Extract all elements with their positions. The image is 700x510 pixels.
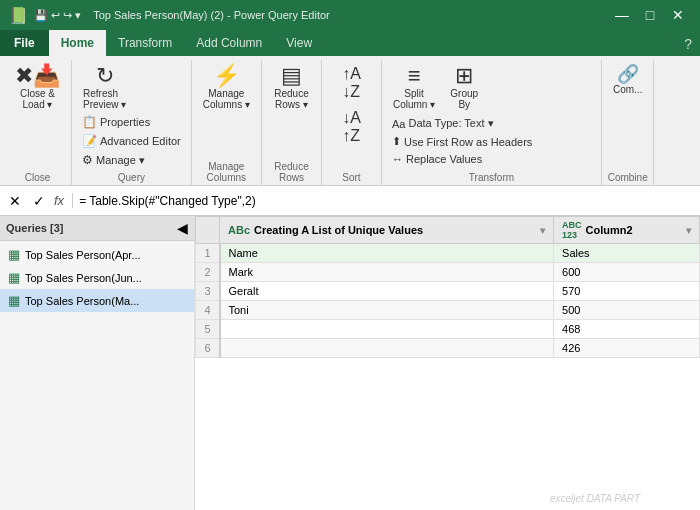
row-num-4: 4 bbox=[196, 301, 220, 320]
row-1-col2: Sales bbox=[554, 244, 700, 263]
table-row: 6 426 bbox=[196, 339, 700, 358]
sort-asc-icon: ↑A↓Z bbox=[342, 65, 361, 101]
sidebar-collapse-button[interactable]: ◀ bbox=[177, 220, 188, 236]
col-header-1[interactable]: ABc Creating A List of Unique Values ▾ bbox=[220, 217, 554, 244]
minimize-button[interactable]: — bbox=[608, 1, 636, 29]
tab-file[interactable]: File bbox=[0, 30, 49, 56]
combine-icon: 🔗 bbox=[617, 65, 639, 83]
advanced-editor-button[interactable]: 📝 Advanced Editor bbox=[78, 132, 185, 150]
col1-type-icon: ABc bbox=[228, 224, 250, 236]
row-2-col2: 600 bbox=[554, 263, 700, 282]
group-by-button[interactable]: ⊞ GroupBy bbox=[444, 62, 484, 113]
sidebar-items: ▦ Top Sales Person(Apr... ▦ Top Sales Pe… bbox=[0, 241, 194, 510]
manage-label: Manage ▾ bbox=[96, 154, 145, 167]
close-load-button[interactable]: ✖📥 Close &Load ▾ bbox=[10, 62, 65, 113]
row-5-col1 bbox=[220, 320, 554, 339]
close-load-label: Close &Load ▾ bbox=[20, 88, 55, 110]
sidebar-title: Queries [3] bbox=[6, 222, 63, 234]
row-6-col2: 426 bbox=[554, 339, 700, 358]
query-small-buttons: 📋 Properties 📝 Advanced Editor ⚙ Manage … bbox=[78, 113, 185, 169]
reduce-rows-group-label: Reduce Rows bbox=[262, 161, 321, 183]
sidebar-item-1[interactable]: ▦ Top Sales Person(Jun... bbox=[0, 266, 194, 289]
formula-input[interactable]: = Table.Skip(#"Changed Type",2) bbox=[79, 194, 694, 208]
data-table: ABc Creating A List of Unique Values ▾ A… bbox=[195, 216, 700, 358]
reduce-rows-icon: ▤ bbox=[281, 65, 302, 87]
use-first-row-icon: ⬆ bbox=[392, 135, 401, 148]
col-header-2[interactable]: ABC123 Column2 ▾ bbox=[554, 217, 700, 244]
row-3-col1: Geralt bbox=[220, 282, 554, 301]
table-row: 1 Name Sales bbox=[196, 244, 700, 263]
data-area: ABc Creating A List of Unique Values ▾ A… bbox=[195, 216, 700, 510]
table-row: 4 Toni 500 bbox=[196, 301, 700, 320]
watermark: exceljet DATA PART bbox=[550, 493, 640, 504]
tab-view[interactable]: View bbox=[274, 30, 324, 56]
transform-top-row: ≡ SplitColumn ▾ ⊞ GroupBy bbox=[388, 62, 595, 113]
ribbon: ✖📥 Close &Load ▾ Close ↻ RefreshPreview … bbox=[0, 56, 700, 186]
use-first-row-label: Use First Row as Headers bbox=[404, 136, 532, 148]
main-area: Queries [3] ◀ ▦ Top Sales Person(Apr... … bbox=[0, 216, 700, 510]
row-number-header bbox=[196, 217, 220, 244]
formula-fx-label: fx bbox=[54, 193, 73, 208]
split-column-label: SplitColumn ▾ bbox=[393, 88, 435, 110]
row-num-3: 3 bbox=[196, 282, 220, 301]
properties-button[interactable]: 📋 Properties bbox=[78, 113, 185, 131]
reduce-rows-label: ReduceRows ▾ bbox=[274, 88, 308, 110]
row-4-col2: 500 bbox=[554, 301, 700, 320]
manage-columns-button[interactable]: ⚡ ManageColumns ▾ bbox=[198, 62, 255, 113]
data-type-button[interactable]: Aa Data Type: Text ▾ bbox=[388, 115, 595, 132]
manage-button[interactable]: ⚙ Manage ▾ bbox=[78, 151, 185, 169]
manage-columns-icon: ⚡ bbox=[213, 65, 240, 87]
sidebar-item-icon-1: ▦ bbox=[8, 270, 20, 285]
sort-asc-button[interactable]: ↑A↓Z bbox=[328, 62, 375, 104]
formula-cancel-icon[interactable]: ✕ bbox=[6, 192, 24, 210]
properties-label: Properties bbox=[100, 116, 150, 128]
col2-header-label: Column2 bbox=[586, 224, 633, 236]
row-num-1: 1 bbox=[196, 244, 220, 263]
window-controls: — □ ✕ bbox=[608, 1, 692, 29]
ribbon-tabs: File Home Transform Add Column View ? bbox=[0, 30, 700, 56]
sidebar-item-2[interactable]: ▦ Top Sales Person(Ma... bbox=[0, 289, 194, 312]
col2-sort-icon[interactable]: ▾ bbox=[686, 225, 691, 236]
close-button[interactable]: ✕ bbox=[664, 1, 692, 29]
sidebar-header: Queries [3] ◀ bbox=[0, 216, 194, 241]
ribbon-group-close: ✖📥 Close &Load ▾ Close bbox=[4, 60, 72, 185]
group-by-icon: ⊞ bbox=[455, 65, 473, 87]
row-1-col1: Name bbox=[220, 244, 554, 263]
manage-icon: ⚙ bbox=[82, 153, 93, 167]
tab-transform[interactable]: Transform bbox=[106, 30, 184, 56]
help-button[interactable]: ? bbox=[676, 32, 700, 56]
sidebar: Queries [3] ◀ ▦ Top Sales Person(Apr... … bbox=[0, 216, 195, 510]
combine-button[interactable]: 🔗 Com... bbox=[608, 62, 647, 98]
row-num-5: 5 bbox=[196, 320, 220, 339]
transform-group-label: Transform bbox=[382, 172, 601, 183]
row-4-col1: Toni bbox=[220, 301, 554, 320]
col-header-2-content: ABC123 Column2 ▾ bbox=[562, 220, 691, 240]
refresh-preview-button[interactable]: ↻ RefreshPreview ▾ bbox=[78, 62, 131, 113]
split-column-button[interactable]: ≡ SplitColumn ▾ bbox=[388, 62, 440, 113]
maximize-button[interactable]: □ bbox=[636, 1, 664, 29]
split-column-icon: ≡ bbox=[408, 65, 421, 87]
tab-add-column[interactable]: Add Column bbox=[184, 30, 274, 56]
reduce-rows-button[interactable]: ▤ ReduceRows ▾ bbox=[268, 62, 315, 113]
row-num-2: 2 bbox=[196, 263, 220, 282]
row-2-col1: Mark bbox=[220, 263, 554, 282]
formula-confirm-icon[interactable]: ✓ bbox=[30, 192, 48, 210]
ribbon-group-transform: ≡ SplitColumn ▾ ⊞ GroupBy Aa Data Type: … bbox=[382, 60, 602, 185]
row-3-col2: 570 bbox=[554, 282, 700, 301]
col1-sort-icon[interactable]: ▾ bbox=[540, 225, 545, 236]
col-header-1-content: ABc Creating A List of Unique Values ▾ bbox=[228, 224, 545, 236]
sidebar-item-label-1: Top Sales Person(Jun... bbox=[25, 272, 142, 284]
sidebar-item-0[interactable]: ▦ Top Sales Person(Apr... bbox=[0, 243, 194, 266]
sort-desc-button[interactable]: ↓A↑Z bbox=[328, 106, 375, 148]
use-first-row-button[interactable]: ⬆ Use First Row as Headers bbox=[388, 133, 595, 150]
close-group-label: Close bbox=[4, 172, 71, 183]
replace-values-label: Replace Values bbox=[406, 153, 482, 165]
tab-home[interactable]: Home bbox=[49, 30, 106, 56]
advanced-editor-label: Advanced Editor bbox=[100, 135, 181, 147]
replace-values-button[interactable]: ↔ Replace Values bbox=[388, 151, 595, 167]
sidebar-item-icon-2: ▦ bbox=[8, 293, 20, 308]
sidebar-item-label-2: Top Sales Person(Ma... bbox=[25, 295, 139, 307]
ribbon-group-combine: 🔗 Com... Combine bbox=[602, 60, 654, 185]
refresh-label: RefreshPreview ▾ bbox=[83, 88, 126, 110]
app-icon: 📗 bbox=[8, 6, 28, 25]
